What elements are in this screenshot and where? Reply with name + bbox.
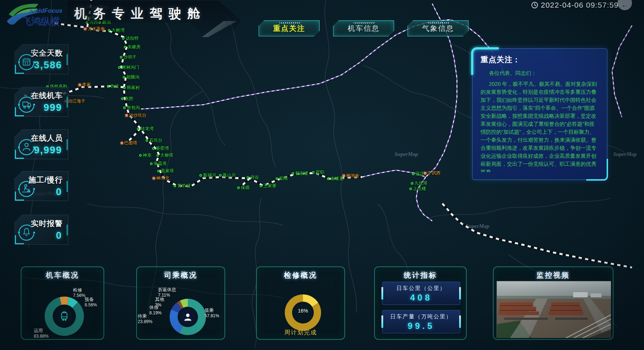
map-station-沙沙圪台[interactable]: 沙沙圪台 (125, 113, 146, 117)
map-station-上圪楼[interactable]: 上圪楼 (409, 186, 426, 191)
stat-value: 99.5 (382, 321, 460, 331)
map-station-朝脑沟[interactable]: 朝脑沟 (123, 75, 139, 79)
tab-ticks-decoration (354, 22, 375, 24)
station-dot-icon (424, 172, 426, 174)
station-label: 南坡底 (331, 176, 344, 181)
map-station-九圪塔[interactable]: 九圪塔 (411, 181, 428, 185)
map-station-神池南[interactable]: 神池南 (343, 173, 359, 178)
map-station-南坡底[interactable]: 南坡底 (327, 176, 344, 181)
map-station-王家寨[interactable]: 王家寨 (260, 184, 276, 188)
station-label: 李家 (82, 83, 91, 87)
station-dot-icon (150, 162, 153, 165)
donut-label-值乘: 值乘57.81% (204, 308, 219, 319)
station-label: 转龙湾 (141, 126, 154, 131)
station-label: 黄羊城 (177, 184, 190, 188)
map-station-大树湾[interactable]: 大树湾 (108, 28, 125, 32)
video-still-image (497, 281, 611, 338)
map-station-孤山川[interactable]: 孤山川 (219, 173, 236, 177)
tab-locomotive-info[interactable]: 机车信息 (333, 20, 394, 36)
back-arrow-icon: ← (621, 1, 628, 9)
station-label: 大树湾 (112, 28, 125, 32)
tab-label: 重点关注 (273, 24, 305, 33)
map-station-府谷[interactable]: 府谷 (247, 175, 259, 180)
map-station-黄羊城[interactable]: 黄羊城 (174, 184, 190, 188)
map-station-色连[interactable]: 色连 (107, 84, 119, 88)
station-label: 泊江海子 (68, 99, 85, 103)
map-station-韩家村[interactable]: 韩家村 (123, 85, 140, 90)
tab-key-focus[interactable]: 重点关注 (259, 20, 320, 36)
station-dot-icon (78, 84, 81, 86)
station-dot-icon (219, 174, 222, 177)
station-dot-icon (327, 177, 329, 180)
stat-card-value: 0 (56, 186, 62, 198)
map-station-瓷窑湾[interactable]: 瓷窑湾 (152, 146, 169, 150)
stat-card-safety-days: 安全天数 3,586 (15, 44, 68, 74)
panel-locomotive-overview: 机车概况 检修7.56%预备8.56%运用83.88% (21, 266, 104, 340)
map-station-保德[interactable]: 保德 (237, 185, 250, 190)
station-dot-icon (157, 154, 159, 157)
station-label: 东胜 (125, 96, 133, 101)
station-label: 色连 (110, 84, 119, 88)
map-station-神木北[interactable]: 神木北 (153, 176, 169, 180)
station-dot-icon (123, 106, 126, 109)
station-label: 神东 (143, 153, 151, 157)
station-dot-icon (152, 147, 155, 150)
surveillance-video-feed[interactable] (497, 281, 611, 338)
map-station-韩家楼[interactable]: 韩家楼 (292, 171, 308, 176)
map-station-转龙湾[interactable]: 转龙湾 (137, 126, 154, 131)
station-dot-icon (124, 46, 126, 48)
station-label: 孤山川 (223, 173, 236, 177)
donut-label-运用: 运用83.88% (34, 328, 49, 339)
focus-paragraph: 各位代表、同志们： (481, 69, 600, 77)
map-station-李家[interactable]: 李家 (78, 83, 91, 87)
focus-paragraph: 2020 年，极不平凡、极其不易。面对复杂深刻的发展形势变化，特别是在疫情冲击等… (481, 80, 600, 172)
station-dot-icon (409, 188, 412, 190)
station-label: 神池南 (346, 173, 359, 178)
map-station-寇庄[interactable]: 寇庄 (412, 172, 424, 176)
stat-label: 日车公里（公里） (382, 285, 460, 292)
map-station-阳塔[interactable]: 阳塔 (276, 176, 288, 181)
station-dot-icon (137, 128, 139, 130)
map-station-关碾房[interactable]: 关碾房 (124, 45, 141, 49)
panel-maintenance-overview: 检修概况 16% 周计划完成 (256, 266, 345, 340)
map-station-大柳塔[interactable]: 大柳塔 (157, 153, 173, 157)
locomotive-center-icon (56, 308, 72, 324)
donut-label-检修: 检修7.56% (73, 287, 85, 298)
station-label: 巴图塔 (124, 141, 137, 145)
donut-label-预备: 预备8.56% (85, 297, 97, 308)
stat-value: 408 (382, 293, 460, 303)
map-station-宁武西[interactable]: 宁武西 (424, 171, 441, 175)
tab-weather-info[interactable]: 气象信息 (408, 20, 469, 36)
map-station-东胜[interactable]: 东胜 (121, 96, 133, 101)
map-station-树林沟门[interactable]: 树林沟门 (118, 65, 139, 69)
map-station-巴图塔[interactable]: 巴图塔 (121, 141, 137, 145)
donut-label-待乘: 待乘23.89% (138, 314, 153, 325)
station-dot-icon (411, 182, 413, 185)
map-station-沙坝子[interactable]: 沙坝子 (120, 55, 137, 59)
station-dot-icon (260, 185, 262, 187)
focus-panel-body: 各位代表、同志们：2020 年，极不平凡、极其不易。面对复杂深刻的发展形势变化，… (481, 66, 600, 172)
stat-card-label: 在线机车 (31, 90, 63, 101)
map-station-朱盖塔[interactable]: 朱盖塔 (150, 161, 167, 166)
station-label: 达拉特 (126, 36, 139, 40)
panel-title: 监控视频 (494, 270, 613, 280)
station-label: 神木北 (156, 176, 169, 180)
station-label: 瓷窑湾 (156, 146, 169, 150)
map-station-新城川[interactable]: 新城川 (199, 173, 216, 177)
map-station-达拉特[interactable]: 达拉特 (122, 36, 139, 40)
station-label: 九圪塔 (414, 181, 428, 185)
map-station-燕家塔[interactable]: 燕家塔 (157, 169, 174, 173)
station-label: 大柳塔 (160, 153, 173, 157)
map-station-神东[interactable]: 神东 (139, 153, 151, 157)
map-station-石圪台[interactable]: 石圪台 (146, 138, 162, 142)
station-label: 韩家村 (127, 85, 140, 90)
map-station-敖包沟[interactable]: 敖包沟 (123, 105, 140, 110)
datetime-text: 2022-04-06 09:57:59 (541, 1, 619, 9)
tab-label: 机车信息 (348, 24, 380, 33)
map-station-贺职[interactable]: 贺职 (312, 170, 324, 174)
station-dot-icon (123, 76, 125, 79)
station-dot-icon (125, 114, 128, 117)
station-dot-icon (107, 85, 109, 88)
map-station-万水泉南[interactable]: 万水泉南 (84, 27, 105, 31)
station-dot-icon (84, 28, 86, 30)
